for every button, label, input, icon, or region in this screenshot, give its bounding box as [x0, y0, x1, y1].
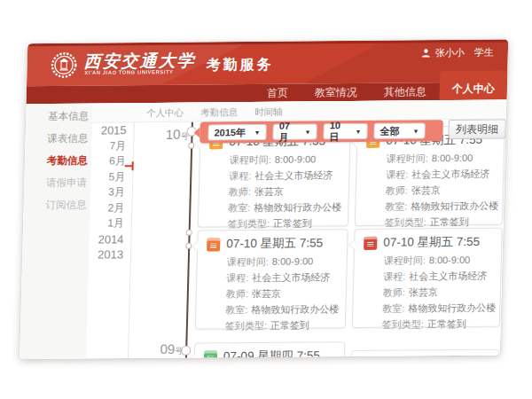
screenshot-canvas: 西安交通大学 XI'AN JIAO TONG UNIVERSITY 考勤服务 张… — [0, 0, 532, 399]
breadcrumb-timeline[interactable]: 时间轴 — [246, 105, 293, 120]
month-dropdown[interactable]: 07月▼ — [272, 123, 317, 139]
sidebar: 基本信息 课表信息 考勤信息 请假申请 订阅信息 — [20, 104, 93, 360]
nav-item-personal-center[interactable]: 个人中心 — [439, 71, 507, 101]
timeline-node — [186, 230, 192, 236]
app-title: 考勤服务 — [206, 56, 274, 75]
user-name: 张小小 — [435, 46, 465, 59]
chevron-down-icon: ▼ — [356, 128, 362, 134]
university-name-en: XI'AN JIAO TONG UNIVERSITY — [84, 69, 173, 75]
sidebar-item-attendance-info[interactable]: 考勤信息 — [24, 150, 91, 173]
year-item-2013[interactable]: 2013 — [89, 246, 130, 262]
attendance-card: 07-10 星期五 7:55 课程时间:8:00-9:00 课程:社会主义市场经… — [352, 228, 503, 328]
breadcrumb-attendance-info[interactable]: 考勤信息 — [192, 105, 248, 121]
nav-item-other-info[interactable]: 其他信息 — [370, 82, 440, 101]
chevron-down-icon: ▼ — [305, 129, 311, 135]
month-item-may[interactable]: 5月 — [90, 169, 132, 185]
user-role: 学生 — [474, 46, 494, 59]
person-icon — [421, 48, 431, 58]
sidebar-item-schedule-info[interactable]: 课表信息 — [25, 128, 92, 151]
day-label-10: 10号 — [147, 127, 188, 143]
timeline-year-column: 2015 7月 6月 5月 3月 2月 1月 2014 2013 — [86, 122, 135, 358]
calendar-icon — [204, 350, 217, 359]
sidebar-item-basic-info[interactable]: 基本信息 — [26, 106, 93, 129]
attendance-card: 07-09 星期四 7:55 — [193, 341, 345, 359]
user-info[interactable]: 张小小 学生 — [421, 46, 494, 60]
nav-item-home[interactable]: 首页 — [253, 84, 301, 102]
list-detail-button[interactable]: 列表明细 — [448, 120, 506, 140]
year-item-2014[interactable]: 2014 — [89, 231, 130, 247]
month-item-jul[interactable]: 7月 — [91, 138, 133, 154]
chevron-down-icon: ▼ — [413, 128, 419, 134]
month-item-mar[interactable]: 3月 — [90, 184, 132, 200]
university-logo-icon — [50, 51, 78, 79]
calendar-icon — [364, 236, 377, 249]
card-title: 07-09 星期四 7:55 — [223, 348, 320, 359]
attendance-card: 07-10 星期五 7:55 课程时间:8:00-9:00 课程:社会主义市场经… — [195, 229, 348, 330]
card-title: 07-10 星期五 7:55 — [226, 235, 323, 252]
month-item-jun[interactable]: 6月 — [91, 153, 133, 169]
scope-dropdown[interactable]: 全部▼ — [373, 122, 425, 139]
month-item-jan[interactable]: 1月 — [90, 215, 131, 231]
month-item-feb[interactable]: 2月 — [90, 200, 131, 216]
attendance-card-clipped — [351, 349, 499, 360]
day-dropdown[interactable]: 10日▼ — [323, 123, 367, 139]
date-filter-callout: 2015年▼ 07月▼ 10日▼ 全部▼ — [200, 120, 443, 143]
year-item-2015[interactable]: 2015 — [91, 122, 133, 138]
sidebar-item-subscription-info[interactable]: 订阅信息 — [23, 194, 90, 217]
breadcrumb-personal-center[interactable]: 个人中心 — [137, 106, 194, 121]
calendar-icon — [207, 238, 220, 251]
day-label-09: 09号 — [142, 341, 183, 357]
card-title: 07-10 星期五 7:55 — [383, 234, 480, 251]
current-month-marker-tick — [131, 161, 133, 170]
timeline-panel: 个人中心 考勤信息 时间轴 10号 09号 — [129, 100, 507, 359]
app-window: 西安交通大学 XI'AN JIAO TONG UNIVERSITY 考勤服务 张… — [20, 40, 508, 360]
year-dropdown[interactable]: 2015年▼ — [207, 124, 266, 141]
content-area: 基本信息 课表信息 考勤信息 请假申请 订阅信息 2015 7月 6月 5月 3… — [20, 100, 507, 360]
app-header: 西安交通大学 XI'AN JIAO TONG UNIVERSITY 考勤服务 张… — [27, 40, 508, 87]
nav-item-classrooms[interactable]: 教室情况 — [301, 83, 371, 102]
chevron-down-icon: ▼ — [254, 129, 261, 135]
sidebar-item-leave-request[interactable]: 请假申请 — [24, 172, 91, 195]
